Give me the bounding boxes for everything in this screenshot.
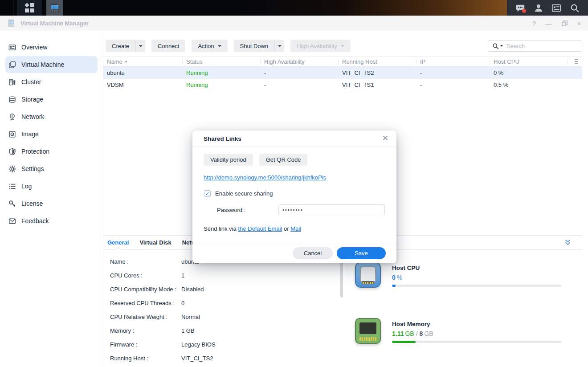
vmm-taskbar-button[interactable]: [46, 0, 63, 16]
shutdown-button[interactable]: Shut Down: [234, 40, 275, 52]
detail-row: Memory :1 GB: [110, 326, 344, 335]
high-availability-label: High Availability: [297, 43, 337, 49]
detail-row: CPU Compatibility Mode :Disabled: [110, 285, 344, 294]
close-icon[interactable]: ×: [577, 20, 581, 27]
action-button[interactable]: Action: [192, 40, 227, 52]
send-link-prefix: Send link via: [204, 225, 237, 232]
default-email-link[interactable]: the Default Email: [238, 225, 282, 232]
notifications-button[interactable]: [515, 3, 525, 13]
user-icon: [534, 3, 543, 13]
main-menu-button[interactable]: [17, 0, 42, 16]
vm-ha: -: [261, 82, 339, 88]
sidebar-item-log[interactable]: Log: [5, 178, 98, 195]
validity-period-button[interactable]: Validity period: [204, 154, 253, 166]
save-button[interactable]: Save: [337, 247, 386, 259]
column-header-name[interactable]: Name: [103, 58, 183, 65]
connect-button[interactable]: Connect: [151, 40, 185, 52]
sidebar-item-virtual-machine[interactable]: Virtual Machine: [5, 56, 98, 73]
create-dropdown-button[interactable]: [135, 40, 145, 52]
sidebar-item-overview[interactable]: Overview: [5, 39, 98, 56]
detail-row: Running Host :VIT_CI_TS2: [110, 354, 344, 363]
sidebar-item-storage[interactable]: Storage: [5, 91, 98, 108]
column-settings: [568, 58, 582, 65]
sort-ascending-icon: [125, 61, 127, 62]
vm-table: Name Status High Availability Running Ho…: [103, 56, 582, 91]
cluster-icon: [8, 78, 16, 86]
sidebar-item-protection[interactable]: Protection: [5, 143, 98, 160]
user-menu-button[interactable]: [534, 3, 543, 13]
enable-secure-sharing-checkbox[interactable]: ✓ Enable secure sharing: [204, 190, 273, 197]
restore-icon[interactable]: [562, 20, 568, 26]
main-menu-icon: [25, 3, 34, 12]
log-list-icon: [8, 182, 16, 190]
host-cpu-value: 0%: [392, 274, 570, 281]
minimize-icon[interactable]: —: [546, 20, 552, 27]
vm-status: Running: [183, 69, 261, 76]
search-input[interactable]: [506, 43, 573, 49]
detail-row: Firmware :Legacy BIOS: [110, 340, 344, 349]
sidebar-item-label: Storage: [21, 96, 43, 103]
help-icon[interactable]: ?: [532, 20, 536, 27]
vmm-app-icon: [50, 3, 60, 13]
overview-icon: [8, 43, 16, 51]
cancel-button[interactable]: Cancel: [293, 247, 333, 259]
cpu-chip-icon: [355, 262, 381, 288]
double-chevron-down-icon: [564, 239, 572, 246]
shutdown-dropdown-button[interactable]: [274, 40, 284, 52]
sidebar-item-license[interactable]: License: [5, 195, 98, 212]
column-header-status[interactable]: Status: [183, 58, 261, 65]
widgets-button[interactable]: [551, 3, 561, 13]
high-availability-button: High Availability: [290, 40, 351, 52]
table-row[interactable]: VDSM Running - VIT_CI_TS1 - 0.5 %: [103, 79, 582, 91]
taskbar: [0, 0, 588, 16]
vm-cpu: 0.5 %: [490, 82, 568, 88]
send-link-or: or: [284, 225, 289, 232]
dialog-header: Shared Links ✕: [192, 130, 396, 147]
chevron-down-icon: [341, 45, 344, 47]
sidebar-item-feedback[interactable]: Feedback: [5, 212, 98, 229]
vm-ip: -: [416, 82, 490, 88]
host-memory-value: 1.11GB/8GB: [392, 330, 570, 337]
dialog-close-icon[interactable]: ✕: [382, 135, 388, 142]
storage-icon: [8, 95, 16, 103]
chevron-down-icon: [139, 45, 143, 47]
search-filter-caret-icon[interactable]: [500, 45, 503, 47]
show-desktop-strip[interactable]: [0, 0, 13, 16]
host-memory-progressbar: [392, 341, 561, 343]
widgets-icon: [551, 3, 561, 13]
dialog-title: Shared Links: [204, 135, 241, 142]
host-memory-title: Host Memory: [392, 321, 570, 327]
checkbox-label: Enable secure sharing: [215, 190, 273, 197]
memory-chip-icon: [355, 318, 381, 344]
table-row[interactable]: ubuntu Running - VIT_CI_TS2 - 0 %: [103, 67, 582, 79]
tab-general[interactable]: General: [107, 236, 129, 249]
column-header-running-host[interactable]: Running Host: [339, 58, 416, 65]
get-qr-code-button[interactable]: Get QR Code: [259, 154, 308, 166]
column-header-host-cpu[interactable]: Host CPU: [490, 58, 568, 65]
search-box[interactable]: [488, 40, 581, 52]
sidebar-item-network[interactable]: Network: [5, 108, 98, 125]
create-button[interactable]: Create: [106, 40, 135, 52]
sidebar-item-label: Image: [21, 130, 39, 138]
system-tray: [507, 0, 588, 16]
sidebar: Overview Virtual Machine Cluster Storage…: [0, 31, 103, 367]
tab-virtual-disk[interactable]: Virtual Disk: [139, 236, 171, 249]
search-tray-button[interactable]: [570, 3, 580, 13]
sidebar-item-label: Protection: [21, 148, 49, 155]
mail-link[interactable]: Mail: [290, 225, 301, 232]
collapse-panel-button[interactable]: [564, 239, 572, 246]
password-label: Password :: [217, 207, 278, 213]
action-button-label: Action: [198, 43, 214, 49]
sidebar-item-settings[interactable]: Settings: [5, 160, 98, 177]
sidebar-item-label: Network: [21, 113, 44, 120]
sidebar-item-cluster[interactable]: Cluster: [5, 73, 98, 90]
shared-link-url[interactable]: http://demo.synology.me:5000/sharing/jkh…: [204, 174, 326, 181]
column-header-high-availability[interactable]: High Availability: [261, 58, 339, 65]
password-field[interactable]: [278, 204, 385, 215]
sidebar-item-image[interactable]: Image: [5, 126, 98, 143]
host-cpu-title: Host CPU: [392, 265, 570, 271]
column-header-ip[interactable]: IP: [416, 58, 490, 65]
column-settings-icon[interactable]: [575, 59, 579, 64]
notification-badge: [522, 9, 526, 13]
host-cpu-progressbar: [392, 285, 561, 287]
